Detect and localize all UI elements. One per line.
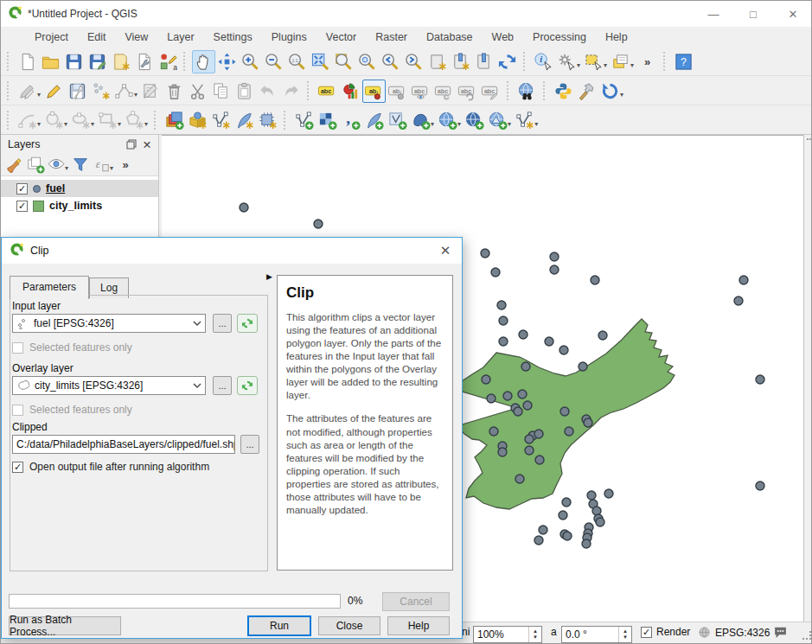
paste-features-icon[interactable]	[233, 80, 256, 103]
delete-selected-icon[interactable]	[163, 80, 186, 103]
zoom-to-layer-icon[interactable]	[355, 50, 379, 73]
save-project-icon[interactable]	[62, 50, 86, 73]
zoom-next-icon[interactable]	[402, 50, 425, 73]
copy-features-icon[interactable]	[209, 80, 233, 103]
modify-attributes-icon[interactable]	[139, 80, 163, 103]
add-group-icon[interactable]	[25, 155, 46, 175]
selected-features-only-checkbox[interactable]: Selected features only	[12, 341, 132, 354]
layer-diagram-icon[interactable]	[339, 80, 362, 103]
save-layer-edits-icon[interactable]	[66, 80, 89, 103]
toolbar-grip[interactable]	[7, 81, 12, 100]
cancel-button[interactable]: Cancel	[382, 592, 450, 611]
undo-redo-icon[interactable]	[598, 80, 622, 103]
toolbar-grip[interactable]	[183, 52, 189, 71]
toolbar-grip[interactable]	[7, 111, 12, 130]
run-button[interactable]: Run	[247, 615, 311, 636]
toolbar-grip[interactable]	[154, 111, 159, 130]
toolbar-grip[interactable]	[7, 52, 12, 71]
rotate-label-icon[interactable]: abc	[456, 80, 479, 103]
menu-web[interactable]: Web	[483, 28, 523, 47]
digitize-rectangle-icon[interactable]	[96, 109, 119, 132]
redo-icon[interactable]	[279, 80, 303, 103]
data-source-manager-icon[interactable]	[163, 109, 186, 132]
toolbar-grip[interactable]	[307, 81, 312, 100]
show-hide-labels-icon[interactable]: abc	[409, 80, 432, 103]
layer-visibility-checkbox[interactable]: ✓	[16, 183, 28, 194]
minimize-icon[interactable]: —	[694, 1, 733, 27]
new-print-layout-icon[interactable]	[109, 50, 132, 73]
layer-styling-icon[interactable]	[4, 155, 25, 175]
help-button[interactable]: Help	[387, 616, 450, 635]
add-wcs-layer-icon[interactable]	[486, 109, 509, 132]
resize-grip[interactable]	[802, 631, 811, 640]
zoom-full-extent-icon[interactable]	[309, 50, 332, 73]
run-feature-action-icon[interactable]	[555, 50, 579, 73]
move-label-icon[interactable]: abc	[432, 80, 456, 103]
new-temporary-scratch-layer-icon[interactable]	[256, 109, 279, 132]
new-spatialite-layer-icon[interactable]	[233, 109, 256, 132]
pin-labels-icon[interactable]: ab	[362, 80, 386, 103]
new-bookmark-icon[interactable]	[425, 50, 449, 73]
style-manager-icon[interactable]: a	[156, 50, 179, 73]
layer-visibility-checkbox[interactable]: ✓	[16, 201, 28, 212]
help-contents-icon[interactable]: ?	[672, 50, 695, 73]
menu-help[interactable]: Help	[596, 28, 637, 47]
new-geopackage-layer-icon[interactable]	[186, 109, 209, 132]
toolbar-grip[interactable]	[663, 52, 668, 71]
zoom-to-selection-icon[interactable]	[332, 50, 355, 73]
help-collapse-icon[interactable]: ▶	[266, 272, 272, 281]
menu-layer[interactable]: Layer	[157, 28, 203, 47]
input-layer-combo[interactable]: fuel [EPSG:4326]	[12, 314, 206, 333]
menu-database[interactable]: Database	[417, 28, 483, 47]
panel-overflow-icon[interactable]: »	[115, 155, 136, 175]
pan-to-selection-icon[interactable]	[215, 50, 239, 73]
menu-vector[interactable]: Vector	[316, 28, 366, 47]
pan-map-icon[interactable]	[192, 50, 215, 73]
open-project-icon[interactable]	[39, 50, 62, 73]
toolbar-grip[interactable]	[284, 111, 289, 130]
digitize-circle-icon[interactable]	[42, 109, 66, 132]
overlay-browse-button[interactable]: ...	[213, 376, 232, 395]
zoom-in-icon[interactable]	[239, 50, 262, 73]
add-vector-layer-icon[interactable]	[292, 109, 316, 132]
digitize-points-icon[interactable]	[89, 80, 112, 103]
show-layout-manager-icon[interactable]	[132, 50, 156, 73]
messages-icon[interactable]	[773, 626, 788, 639]
highlight-pinned-labels-icon[interactable]: ab	[386, 80, 409, 103]
digitize-ellipse-icon[interactable]	[69, 109, 93, 132]
toolbar-grip[interactable]	[523, 52, 528, 71]
toolbar-grip[interactable]	[543, 81, 548, 100]
layer-labeling-icon[interactable]: abc	[316, 80, 339, 103]
add-raster-layer-icon[interactable]	[316, 109, 339, 132]
zoom-out-icon[interactable]	[262, 50, 285, 73]
dialog-close-icon[interactable]: ✕	[436, 242, 455, 259]
zoom-native-icon[interactable]: 1:1	[285, 50, 309, 73]
menu-processing[interactable]: Processing	[523, 28, 596, 47]
selected-features-only-2-checkbox[interactable]: Selected features only	[12, 404, 132, 416]
metasearch-icon[interactable]	[515, 80, 539, 103]
add-wfs-layer-icon[interactable]	[463, 109, 486, 132]
menu-raster[interactable]: Raster	[366, 28, 417, 47]
input-iterate-button[interactable]	[237, 314, 258, 333]
add-virtual-layer-icon[interactable]	[386, 109, 409, 132]
overlay-iterate-button[interactable]	[237, 376, 258, 395]
filter-legend-icon[interactable]	[70, 155, 91, 175]
clipped-browse-button[interactable]: ...	[240, 435, 259, 454]
new-shapefile-layer-icon[interactable]	[209, 109, 233, 132]
digitize-regular-polygon-icon[interactable]	[123, 109, 146, 132]
add-postgis-layer-icon[interactable]	[409, 109, 432, 132]
filter-by-expression-icon[interactable]: ε	[91, 155, 112, 175]
run-as-batch-button[interactable]: Run as Batch Process...	[9, 616, 121, 635]
crs-status[interactable]: EPSG:4326	[698, 626, 770, 639]
layer-item-city_limits[interactable]: ✓city_limits	[1, 197, 158, 214]
open-output-checkbox[interactable]: ✓Open output file after running algorith…	[12, 461, 209, 473]
overlay-layer-combo[interactable]: city_limits [EPSG:4326]	[12, 376, 206, 395]
add-spatialite-layer-icon[interactable]	[362, 109, 386, 132]
menu-plugins[interactable]: Plugins	[262, 28, 316, 47]
add-delimited-text-layer-icon[interactable]: ,	[339, 109, 362, 132]
current-edits-icon[interactable]	[16, 80, 39, 103]
panel-float-icon[interactable]	[124, 137, 139, 152]
vertex-tool-icon[interactable]	[112, 80, 136, 103]
magnifier-spinbox[interactable]: 100% ▲▼	[473, 626, 542, 643]
python-console-icon[interactable]	[552, 80, 575, 103]
